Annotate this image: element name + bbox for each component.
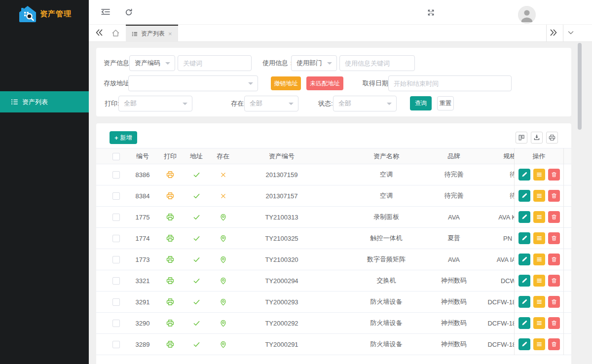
sidebar-item-asset-list[interactable]: 资产列表	[0, 91, 89, 112]
detail-button[interactable]	[533, 338, 545, 350]
tab-asset-list[interactable]: 资产列表 ×	[126, 25, 178, 42]
row-checkbox[interactable]	[112, 214, 120, 221]
cell-asset-code: 201307157	[237, 185, 326, 206]
location-pin-icon	[220, 320, 227, 327]
double-chevron-left-icon[interactable]	[95, 29, 103, 36]
reset-button[interactable]: 重置	[437, 96, 454, 110]
detail-button[interactable]	[533, 317, 545, 329]
query-button[interactable]: 查询	[410, 96, 432, 110]
refresh-icon[interactable]	[125, 8, 133, 16]
asset-field-select[interactable]: 资产编码	[129, 55, 175, 71]
unmatched-address-button[interactable]: 未匹配地址	[306, 76, 343, 90]
double-chevron-right-icon[interactable]	[550, 29, 557, 36]
edit-button[interactable]	[518, 169, 530, 181]
table-row: 1773 TY2100320	[96, 249, 571, 270]
edit-button[interactable]	[518, 254, 530, 265]
fullscreen-icon[interactable]	[427, 9, 435, 16]
row-checkbox[interactable]	[112, 256, 120, 263]
detail-button[interactable]	[533, 169, 545, 181]
print-filter-select[interactable]: 全部	[118, 96, 192, 111]
user-avatar[interactable]	[518, 6, 536, 24]
home-icon[interactable]	[111, 29, 120, 37]
delete-button[interactable]	[548, 169, 560, 181]
exist-filter-select[interactable]: 全部	[244, 96, 298, 111]
print-status-icon	[159, 164, 181, 185]
row-actions	[515, 228, 563, 249]
print-status-icon	[159, 228, 181, 249]
detail-button[interactable]	[533, 254, 545, 265]
pencil-icon	[521, 172, 527, 178]
pencil-icon	[521, 214, 527, 220]
cell-asset-code: TY2000291	[237, 334, 326, 355]
storage-address-select[interactable]	[128, 75, 258, 91]
table-toolbar	[516, 132, 558, 144]
trash-icon	[551, 193, 557, 199]
select-all-checkbox[interactable]	[112, 153, 120, 160]
acquire-date-input[interactable]	[388, 75, 512, 91]
edit-button[interactable]	[518, 232, 530, 244]
edit-button[interactable]	[518, 338, 530, 350]
plus-icon: +	[114, 135, 118, 141]
delete-button[interactable]	[548, 254, 560, 265]
cell-brand: 神州数码	[424, 334, 483, 355]
detail-button[interactable]	[533, 232, 545, 244]
delete-button[interactable]	[548, 338, 560, 350]
print-button[interactable]	[546, 132, 558, 144]
status-filter-select[interactable]: 全部	[333, 96, 397, 111]
printer-icon	[549, 134, 555, 141]
add-button[interactable]: + 新增	[110, 131, 137, 144]
delete-button[interactable]	[548, 190, 560, 202]
delete-button[interactable]	[548, 296, 560, 308]
detail-button[interactable]	[533, 296, 545, 308]
delete-button[interactable]	[548, 211, 560, 223]
trash-icon	[551, 320, 557, 326]
cell-asset-code: TY2000292	[237, 313, 326, 333]
row-checkbox[interactable]	[112, 192, 120, 200]
edit-button[interactable]	[518, 317, 530, 329]
row-checkbox[interactable]	[112, 235, 120, 242]
location-pin-icon	[220, 235, 227, 242]
cell-brand: AVA	[424, 249, 483, 270]
detail-button[interactable]	[533, 275, 545, 287]
scrollbar-thumb[interactable]	[578, 43, 582, 130]
menu-fold-icon[interactable]	[101, 8, 110, 16]
edit-button[interactable]	[518, 296, 530, 308]
address-status-icon	[185, 207, 207, 227]
edit-button[interactable]	[518, 211, 530, 223]
usage-keyword-input[interactable]	[339, 55, 415, 71]
tab-close-icon[interactable]: ×	[168, 31, 172, 37]
delete-button[interactable]	[548, 232, 560, 244]
column-settings-button[interactable]	[516, 132, 527, 144]
delete-button[interactable]	[548, 317, 560, 329]
exist-status-icon	[212, 313, 234, 333]
address-status-icon	[185, 270, 207, 291]
cell-id: 3289	[127, 334, 158, 355]
cell-spec: DCFW-18	[487, 334, 516, 355]
row-checkbox[interactable]	[112, 298, 120, 306]
edit-button[interactable]	[518, 190, 530, 202]
exist-status-icon	[212, 249, 234, 270]
location-pin-icon	[220, 298, 227, 306]
asset-keyword-input[interactable]	[178, 55, 252, 71]
table-body: 8386 201307159	[96, 164, 571, 355]
detail-button[interactable]	[533, 190, 545, 202]
trash-icon	[551, 235, 557, 241]
list-lines-icon	[536, 235, 542, 241]
detail-button[interactable]	[533, 211, 545, 223]
export-button[interactable]	[531, 132, 543, 144]
row-checkbox[interactable]	[112, 171, 120, 179]
revoke-address-button[interactable]: 撤销地址	[271, 76, 301, 90]
table-row: 3290 TY2000292	[96, 313, 571, 334]
cell-brand: 神州数码	[424, 313, 483, 333]
cell-asset-code: TY2100313	[237, 207, 326, 227]
usage-field-select[interactable]: 使用部门	[291, 55, 337, 71]
chevron-down-icon[interactable]	[567, 29, 574, 36]
edit-button[interactable]	[518, 275, 530, 287]
delete-button[interactable]	[548, 275, 560, 287]
row-checkbox[interactable]	[112, 341, 120, 348]
cell-asset-code: 201307159	[237, 164, 326, 185]
row-checkbox[interactable]	[112, 320, 120, 327]
list-icon	[11, 98, 18, 106]
pencil-icon	[521, 320, 527, 326]
row-checkbox[interactable]	[112, 277, 120, 285]
